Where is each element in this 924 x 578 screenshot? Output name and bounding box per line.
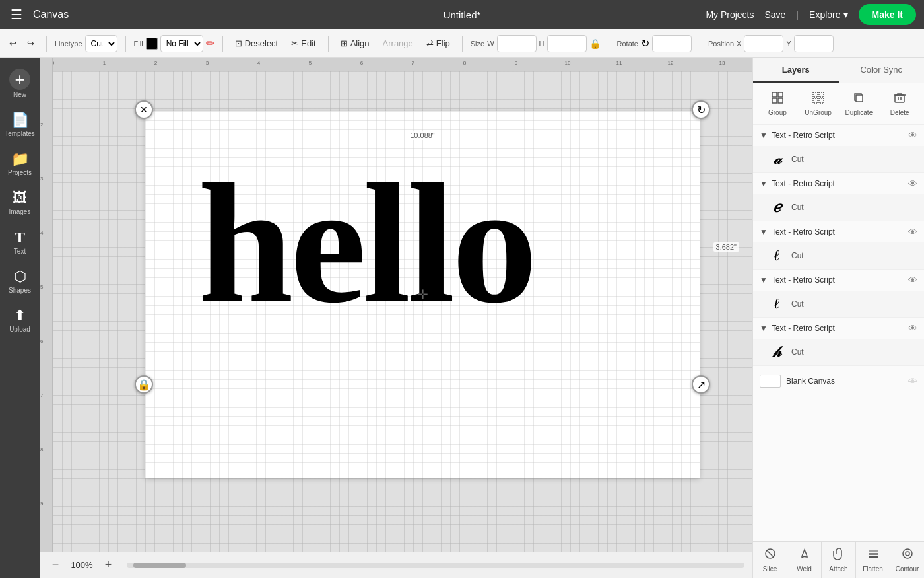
- redo-button[interactable]: ↪: [23, 36, 38, 51]
- svg-point-20: [906, 552, 909, 556]
- layer-header-2[interactable]: ▼ Text - Retro Script 👁: [753, 173, 924, 194]
- linetype-label: Linetype: [55, 40, 82, 48]
- layer-thumb-1: 𝒶: [768, 150, 786, 168]
- flip-icon: ⇄: [426, 38, 434, 48]
- layer-eye-3[interactable]: 👁: [908, 227, 917, 237]
- handle-bottom-right[interactable]: ↗: [692, 375, 710, 394]
- save-link[interactable]: Save: [765, 9, 786, 20]
- flip-button[interactable]: ⇄ Flip: [422, 36, 454, 51]
- layer-eye-2[interactable]: 👁: [908, 178, 917, 189]
- fill-color-swatch[interactable]: [146, 38, 158, 50]
- layer-content-2: ℯ Cut: [753, 194, 924, 221]
- sidebar-item-shapes[interactable]: ⬡ Shapes: [3, 263, 37, 299]
- sep2: [125, 36, 126, 52]
- hello-text: hello: [198, 157, 534, 329]
- lock-aspect-icon[interactable]: 🔒: [589, 38, 601, 49]
- layer-eye-5[interactable]: 👁: [908, 323, 917, 334]
- edit-button[interactable]: ✂ Edit: [287, 36, 319, 51]
- sidebar-item-new[interactable]: + New: [3, 63, 37, 104]
- undo-button[interactable]: ↩: [5, 36, 20, 51]
- canvas-workspace[interactable]: hello ✛ 10.088" 3.682" ✕ ↻ 🔒 ↗: [53, 71, 752, 552]
- deselect-icon: ⊡: [235, 38, 242, 48]
- arrange-button[interactable]: Arrange: [379, 36, 417, 51]
- make-it-button[interactable]: Make It: [859, 4, 916, 25]
- sidebar-item-projects-label: Projects: [8, 169, 32, 176]
- fill-select[interactable]: No Fill: [160, 35, 203, 52]
- svg-rect-17: [869, 553, 878, 555]
- sidebar-item-images-label: Images: [9, 208, 31, 215]
- layer-type-4: Cut: [791, 299, 804, 308]
- upload-icon: ⬆: [14, 307, 26, 324]
- svg-rect-9: [856, 95, 863, 102]
- collapse-icon-5: ▼: [760, 324, 768, 333]
- blank-canvas-eye-icon[interactable]: 👁: [908, 376, 917, 386]
- edit-color-icon[interactable]: ✏: [206, 37, 214, 50]
- collapse-icon-1: ▼: [760, 131, 768, 140]
- height-input[interactable]: 3.682: [547, 35, 587, 52]
- tab-layers[interactable]: Layers: [753, 58, 839, 83]
- handle-top-right[interactable]: ↻: [692, 100, 710, 119]
- blank-canvas-label: Blank Canvas: [786, 377, 903, 386]
- svg-rect-16: [869, 550, 878, 552]
- svg-rect-18: [869, 556, 878, 558]
- weld-button[interactable]: Weld: [787, 542, 822, 578]
- svg-rect-0: [772, 92, 777, 97]
- sidebar-item-upload[interactable]: ⬆ Upload: [3, 302, 37, 338]
- panel-tabs: Layers Color Sync: [753, 58, 924, 83]
- sidebar-item-projects[interactable]: 📁 Projects: [3, 145, 37, 182]
- right-panel: Layers Color Sync Group UnGroup: [752, 58, 924, 578]
- explore-link[interactable]: Explore ▾: [809, 9, 847, 20]
- sidebar-item-text[interactable]: T Text: [3, 223, 37, 260]
- rotate-input[interactable]: 0: [652, 35, 692, 52]
- images-icon: 🖼: [13, 190, 27, 207]
- attach-button[interactable]: Attach: [822, 542, 856, 578]
- svg-rect-1: [778, 92, 783, 97]
- flatten-button[interactable]: Flatten: [856, 542, 890, 578]
- width-input[interactable]: 10.088: [497, 35, 537, 52]
- delete-button[interactable]: Delete: [880, 89, 919, 119]
- sep4: [328, 36, 329, 52]
- layer-header-4[interactable]: ▼ Text - Retro Script 👁: [753, 270, 924, 291]
- zoom-level: 100%: [69, 560, 95, 570]
- sidebar-item-upload-label: Upload: [9, 326, 30, 333]
- zoom-in-button[interactable]: +: [100, 558, 116, 573]
- align-button[interactable]: ⊞ Align: [337, 36, 374, 51]
- layer-eye-1[interactable]: 👁: [908, 130, 917, 141]
- duplicate-button[interactable]: Duplicate: [840, 89, 878, 119]
- flatten-icon: [867, 547, 880, 563]
- sidebar-item-templates[interactable]: 📄 Templates: [3, 106, 37, 143]
- linetype-select[interactable]: Cut: [85, 35, 117, 52]
- undo-redo-group: ↩ ↪: [5, 36, 38, 51]
- layer-eye-4[interactable]: 👁: [908, 275, 917, 285]
- sidebar-item-text-label: Text: [14, 248, 26, 255]
- svg-rect-6: [813, 98, 818, 103]
- hamburger-menu[interactable]: ☰: [8, 4, 25, 25]
- tab-color-sync[interactable]: Color Sync: [839, 58, 925, 83]
- my-projects-link[interactable]: My Projects: [706, 9, 754, 20]
- deselect-button[interactable]: ⊡ Deselect: [231, 36, 282, 51]
- sidebar-item-images[interactable]: 🖼 Images: [3, 184, 37, 221]
- slice-button[interactable]: Slice: [753, 542, 787, 578]
- h-label: H: [539, 40, 544, 48]
- zoom-out-button[interactable]: −: [48, 558, 63, 573]
- ungroup-button[interactable]: UnGroup: [799, 89, 838, 119]
- layer-group-4: ▼ Text - Retro Script 👁 ℓ Cut: [753, 270, 924, 318]
- handle-top-left[interactable]: ✕: [135, 100, 153, 119]
- topbar-right: My Projects Save | Explore ▾ Make It: [706, 4, 916, 25]
- x-input[interactable]: 2.536: [744, 35, 783, 52]
- handle-bottom-left[interactable]: 🔒: [135, 375, 153, 394]
- contour-button[interactable]: Contour: [890, 542, 924, 578]
- layer-type-3: Cut: [791, 251, 804, 260]
- y-input[interactable]: 3.875: [794, 35, 834, 52]
- layer-header-1[interactable]: ▼ Text - Retro Script 👁: [753, 125, 924, 146]
- layer-header-5[interactable]: ▼ Text - Retro Script 👁: [753, 318, 924, 339]
- svg-rect-2: [772, 98, 777, 103]
- layer-header-3[interactable]: ▼ Text - Retro Script 👁: [753, 221, 924, 242]
- group-button[interactable]: Group: [758, 89, 797, 119]
- layer-content-3: ℓ Cut: [753, 242, 924, 269]
- scrollbar-thumb[interactable]: [133, 563, 186, 568]
- layer-group-1: ▼ Text - Retro Script 👁 𝒶 Cut: [753, 125, 924, 173]
- topbar: ☰ Canvas Untitled* My Projects Save | Ex…: [0, 0, 924, 29]
- svg-rect-5: [819, 92, 824, 97]
- layer-type-2: Cut: [791, 203, 804, 212]
